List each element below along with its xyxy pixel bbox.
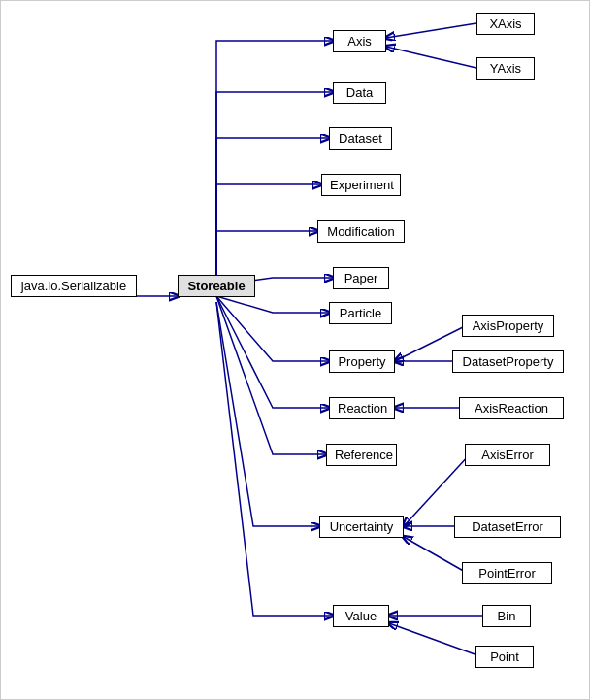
svg-line-1: [386, 23, 476, 38]
node-datasetproperty: DatasetProperty: [452, 350, 564, 373]
node-bin: Bin: [482, 605, 531, 627]
svg-line-10: [389, 623, 480, 656]
node-experiment: Experiment: [321, 174, 401, 196]
diagram-container: Storeable java.io.Serializable Axis XAxi…: [0, 0, 590, 700]
node-storeable: Storeable: [178, 275, 255, 297]
node-axis: Axis: [333, 30, 386, 52]
node-particle: Particle: [329, 302, 392, 324]
node-reference: Reference: [326, 444, 397, 466]
svg-line-8: [404, 537, 467, 573]
node-value: Value: [333, 605, 389, 627]
node-dataseterror: DatasetError: [454, 516, 561, 538]
node-uncertainty: Uncertainty: [319, 516, 404, 538]
node-dataset: Dataset: [329, 127, 392, 150]
node-modification: Modification: [317, 220, 405, 243]
svg-line-2: [386, 47, 476, 68]
node-paper: Paper: [333, 267, 389, 289]
node-java-io: java.io.Serializable: [11, 275, 137, 297]
node-axisproperty: AxisProperty: [462, 315, 554, 337]
node-property: Property: [329, 350, 395, 373]
node-reaction: Reaction: [329, 397, 395, 419]
node-pointerror: PointError: [462, 562, 552, 584]
node-yaxis: YAxis: [476, 57, 535, 80]
node-xaxis: XAxis: [476, 13, 535, 35]
node-axisreaction: AxisReaction: [459, 397, 564, 419]
node-axiserror: AxisError: [465, 444, 550, 466]
node-point: Point: [475, 646, 534, 668]
node-data: Data: [333, 82, 386, 104]
